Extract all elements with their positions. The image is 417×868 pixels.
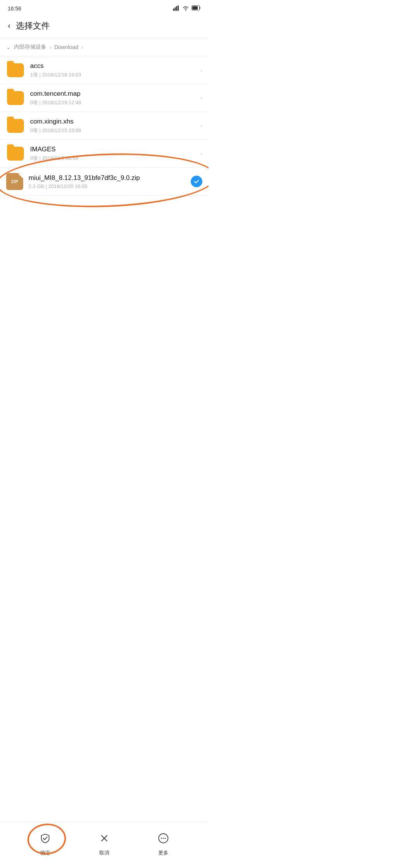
battery-icon [192, 5, 201, 12]
svg-point-4 [185, 9, 186, 10]
list-item[interactable]: ZIP miui_MI8_8.12.13_91bfe7df3c_9.0.zip … [0, 168, 208, 196]
status-time: 16:56 [8, 5, 21, 12]
folder-icon [6, 90, 25, 106]
zip-file-icon: ZIP [6, 173, 23, 190]
status-bar: 16:56 [0, 0, 208, 15]
chevron-right-icon: › [200, 95, 202, 102]
breadcrumb-root: 内部存储设备 [14, 44, 46, 51]
breadcrumb-sep-1: › [49, 44, 51, 50]
chevron-right-icon: › [200, 67, 202, 74]
svg-rect-3 [178, 5, 179, 11]
folder-icon [6, 63, 25, 78]
file-info: miui_MI8_8.12.13_91bfe7df3c_9.0.zip 2.3 … [29, 174, 188, 189]
folder-icon [6, 146, 25, 161]
svg-rect-6 [192, 6, 198, 10]
wifi-icon [182, 5, 189, 12]
selected-check-icon [191, 176, 202, 187]
svg-rect-0 [173, 8, 174, 11]
file-name: miui_MI8_8.12.13_91bfe7df3c_9.0.zip [29, 174, 188, 182]
toolbar-spacer [0, 196, 208, 242]
zip-label: ZIP [11, 179, 19, 184]
svg-rect-2 [176, 6, 177, 11]
list-item[interactable]: accs 1项 | 2018/12/18 19:03 › [0, 56, 208, 84]
header: ‹ 选择文件 [0, 15, 208, 38]
signal-icon [173, 5, 180, 12]
file-name: IMAGES [30, 145, 197, 154]
file-meta: 2.3 GB | 2018/12/20 16:55 [29, 183, 188, 189]
page-title: 选择文件 [16, 20, 50, 32]
breadcrumb[interactable]: ⌄ 内部存储设备 › Download › [0, 38, 208, 56]
breadcrumb-expand-icon[interactable]: ⌄ [6, 44, 11, 50]
file-info: com.xingin.xhs 0项 | 2018/12/15 23:08 [30, 117, 197, 134]
svg-rect-1 [175, 7, 176, 11]
back-button[interactable]: ‹ [8, 22, 10, 30]
file-name: com.tencent.map [30, 90, 197, 98]
file-meta: 0项 | 2018/12/5 08:54 [30, 155, 197, 162]
chevron-right-icon: › [200, 122, 202, 129]
breadcrumb-current: Download [54, 44, 78, 50]
file-list: accs 1项 | 2018/12/18 19:03 › com.tencent… [0, 56, 208, 196]
file-name: accs [30, 62, 197, 70]
list-item[interactable]: com.xingin.xhs 0项 | 2018/12/15 23:08 › [0, 112, 208, 140]
folder-icon [6, 118, 25, 134]
list-item[interactable]: IMAGES 0项 | 2018/12/5 08:54 › [0, 140, 208, 168]
file-name: com.xingin.xhs [30, 117, 197, 126]
list-item[interactable]: com.tencent.map 0项 | 2018/12/19 12:48 › [0, 84, 208, 112]
file-meta: 1项 | 2018/12/18 19:03 [30, 71, 197, 78]
file-meta: 0项 | 2018/12/19 12:48 [30, 99, 197, 106]
file-info: accs 1项 | 2018/12/18 19:03 [30, 62, 197, 78]
file-info: com.tencent.map 0项 | 2018/12/19 12:48 [30, 90, 197, 106]
chevron-right-icon: › [200, 150, 202, 157]
status-icons [173, 5, 201, 12]
file-meta: 0项 | 2018/12/15 23:08 [30, 127, 197, 134]
breadcrumb-sep-2: › [81, 44, 83, 50]
file-info: IMAGES 0项 | 2018/12/5 08:54 [30, 145, 197, 162]
